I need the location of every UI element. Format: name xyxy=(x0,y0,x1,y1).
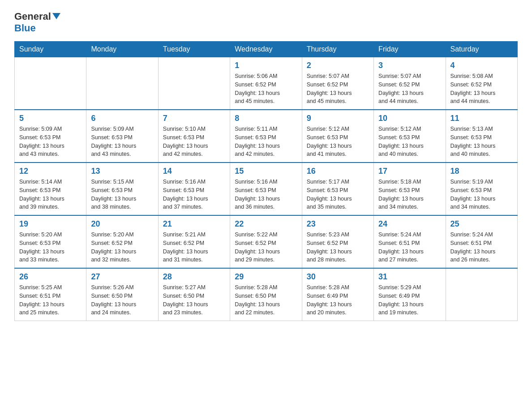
calendar-cell: 4Sunrise: 5:08 AM Sunset: 6:52 PM Daylig… xyxy=(446,57,517,110)
calendar-cell: 18Sunrise: 5:19 AM Sunset: 6:53 PM Dayli… xyxy=(446,163,517,215)
page-header: General Blue xyxy=(14,11,518,34)
day-number: 30 xyxy=(307,272,369,282)
day-number: 31 xyxy=(378,272,441,282)
day-info: Sunrise: 5:26 AM Sunset: 6:50 PM Dayligh… xyxy=(91,283,153,317)
calendar-cell: 21Sunrise: 5:21 AM Sunset: 6:52 PM Dayli… xyxy=(158,215,230,268)
weekday-header: Friday xyxy=(374,42,446,57)
day-number: 24 xyxy=(378,219,441,229)
calendar-cell: 11Sunrise: 5:13 AM Sunset: 6:53 PM Dayli… xyxy=(446,110,517,163)
calendar-cell: 2Sunrise: 5:07 AM Sunset: 6:52 PM Daylig… xyxy=(302,57,373,110)
day-number: 11 xyxy=(450,114,513,123)
day-number: 8 xyxy=(235,114,297,123)
day-info: Sunrise: 5:16 AM Sunset: 6:53 PM Dayligh… xyxy=(235,178,297,211)
calendar-table: SundayMondayTuesdayWednesdayThursdayFrid… xyxy=(14,41,518,321)
weekday-header: Sunday xyxy=(15,42,86,57)
day-info: Sunrise: 5:08 AM Sunset: 6:52 PM Dayligh… xyxy=(450,72,513,106)
calendar-week-row: 26Sunrise: 5:25 AM Sunset: 6:51 PM Dayli… xyxy=(15,268,518,321)
day-info: Sunrise: 5:28 AM Sunset: 6:49 PM Dayligh… xyxy=(307,283,369,317)
calendar-cell: 28Sunrise: 5:27 AM Sunset: 6:50 PM Dayli… xyxy=(158,268,230,321)
day-info: Sunrise: 5:12 AM Sunset: 6:53 PM Dayligh… xyxy=(307,125,369,158)
calendar-cell: 27Sunrise: 5:26 AM Sunset: 6:50 PM Dayli… xyxy=(86,268,158,321)
day-number: 22 xyxy=(235,219,297,229)
day-number: 29 xyxy=(235,272,297,282)
logo-triangle-icon xyxy=(52,13,60,19)
calendar-cell: 5Sunrise: 5:09 AM Sunset: 6:53 PM Daylig… xyxy=(15,110,86,163)
svg-marker-0 xyxy=(52,13,60,19)
calendar-cell: 10Sunrise: 5:12 AM Sunset: 6:53 PM Dayli… xyxy=(374,110,446,163)
calendar-cell: 6Sunrise: 5:09 AM Sunset: 6:53 PM Daylig… xyxy=(86,110,158,163)
day-number: 12 xyxy=(19,167,82,176)
calendar-week-row: 5Sunrise: 5:09 AM Sunset: 6:53 PM Daylig… xyxy=(15,110,518,163)
day-number: 9 xyxy=(307,114,369,123)
day-info: Sunrise: 5:25 AM Sunset: 6:51 PM Dayligh… xyxy=(19,283,82,317)
calendar-cell: 24Sunrise: 5:24 AM Sunset: 6:51 PM Dayli… xyxy=(374,215,446,268)
calendar-cell: 30Sunrise: 5:28 AM Sunset: 6:49 PM Dayli… xyxy=(302,268,373,321)
day-number: 10 xyxy=(378,114,441,123)
weekday-header: Monday xyxy=(86,42,158,57)
day-info: Sunrise: 5:07 AM Sunset: 6:52 PM Dayligh… xyxy=(378,72,441,106)
day-number: 4 xyxy=(450,61,513,70)
calendar-cell: 25Sunrise: 5:24 AM Sunset: 6:51 PM Dayli… xyxy=(446,215,517,268)
day-info: Sunrise: 5:24 AM Sunset: 6:51 PM Dayligh… xyxy=(450,231,513,264)
day-info: Sunrise: 5:07 AM Sunset: 6:52 PM Dayligh… xyxy=(307,72,369,106)
day-number: 2 xyxy=(307,61,369,70)
calendar-cell xyxy=(158,57,230,110)
calendar-cell: 16Sunrise: 5:17 AM Sunset: 6:53 PM Dayli… xyxy=(302,163,373,215)
calendar-cell: 13Sunrise: 5:15 AM Sunset: 6:53 PM Dayli… xyxy=(86,163,158,215)
day-info: Sunrise: 5:09 AM Sunset: 6:53 PM Dayligh… xyxy=(91,125,153,158)
day-number: 23 xyxy=(307,219,369,229)
logo-blue: Blue xyxy=(14,22,60,34)
day-info: Sunrise: 5:16 AM Sunset: 6:53 PM Dayligh… xyxy=(163,178,225,211)
day-info: Sunrise: 5:20 AM Sunset: 6:53 PM Dayligh… xyxy=(19,231,82,264)
day-info: Sunrise: 5:28 AM Sunset: 6:50 PM Dayligh… xyxy=(235,283,297,317)
calendar-week-row: 1Sunrise: 5:06 AM Sunset: 6:52 PM Daylig… xyxy=(15,57,518,110)
calendar-cell: 9Sunrise: 5:12 AM Sunset: 6:53 PM Daylig… xyxy=(302,110,373,163)
weekday-header: Saturday xyxy=(446,42,517,57)
day-info: Sunrise: 5:15 AM Sunset: 6:53 PM Dayligh… xyxy=(91,178,153,211)
calendar-cell xyxy=(15,57,86,110)
day-number: 19 xyxy=(19,219,82,229)
day-number: 13 xyxy=(91,167,153,176)
calendar-week-row: 12Sunrise: 5:14 AM Sunset: 6:53 PM Dayli… xyxy=(15,163,518,215)
calendar-cell: 15Sunrise: 5:16 AM Sunset: 6:53 PM Dayli… xyxy=(230,163,302,215)
day-number: 5 xyxy=(19,114,82,123)
calendar-cell: 19Sunrise: 5:20 AM Sunset: 6:53 PM Dayli… xyxy=(15,215,86,268)
calendar-cell: 17Sunrise: 5:18 AM Sunset: 6:53 PM Dayli… xyxy=(374,163,446,215)
day-info: Sunrise: 5:12 AM Sunset: 6:53 PM Dayligh… xyxy=(378,125,441,158)
day-number: 16 xyxy=(307,167,369,176)
weekday-header-row: SundayMondayTuesdayWednesdayThursdayFrid… xyxy=(15,42,518,57)
calendar-cell: 26Sunrise: 5:25 AM Sunset: 6:51 PM Dayli… xyxy=(15,268,86,321)
calendar-cell: 22Sunrise: 5:22 AM Sunset: 6:52 PM Dayli… xyxy=(230,215,302,268)
day-info: Sunrise: 5:06 AM Sunset: 6:52 PM Dayligh… xyxy=(235,72,297,106)
day-info: Sunrise: 5:14 AM Sunset: 6:53 PM Dayligh… xyxy=(19,178,82,211)
calendar-cell: 29Sunrise: 5:28 AM Sunset: 6:50 PM Dayli… xyxy=(230,268,302,321)
calendar-cell: 3Sunrise: 5:07 AM Sunset: 6:52 PM Daylig… xyxy=(374,57,446,110)
day-info: Sunrise: 5:10 AM Sunset: 6:53 PM Dayligh… xyxy=(163,125,225,158)
day-number: 20 xyxy=(91,219,153,229)
calendar-cell: 14Sunrise: 5:16 AM Sunset: 6:53 PM Dayli… xyxy=(158,163,230,215)
calendar-cell xyxy=(86,57,158,110)
day-info: Sunrise: 5:27 AM Sunset: 6:50 PM Dayligh… xyxy=(163,283,225,317)
day-number: 17 xyxy=(378,167,441,176)
day-info: Sunrise: 5:24 AM Sunset: 6:51 PM Dayligh… xyxy=(378,231,441,264)
day-number: 26 xyxy=(19,272,82,282)
logo: General Blue xyxy=(14,11,60,34)
day-number: 6 xyxy=(91,114,153,123)
day-info: Sunrise: 5:11 AM Sunset: 6:53 PM Dayligh… xyxy=(235,125,297,158)
calendar-cell xyxy=(446,268,517,321)
calendar-cell: 7Sunrise: 5:10 AM Sunset: 6:53 PM Daylig… xyxy=(158,110,230,163)
calendar-week-row: 19Sunrise: 5:20 AM Sunset: 6:53 PM Dayli… xyxy=(15,215,518,268)
day-number: 7 xyxy=(163,114,225,123)
weekday-header: Wednesday xyxy=(230,42,302,57)
day-number: 1 xyxy=(235,61,297,70)
calendar-cell: 31Sunrise: 5:29 AM Sunset: 6:49 PM Dayli… xyxy=(374,268,446,321)
calendar-cell: 8Sunrise: 5:11 AM Sunset: 6:53 PM Daylig… xyxy=(230,110,302,163)
day-info: Sunrise: 5:09 AM Sunset: 6:53 PM Dayligh… xyxy=(19,125,82,158)
day-info: Sunrise: 5:13 AM Sunset: 6:53 PM Dayligh… xyxy=(450,125,513,158)
day-number: 27 xyxy=(91,272,153,282)
day-info: Sunrise: 5:21 AM Sunset: 6:52 PM Dayligh… xyxy=(163,231,225,264)
day-number: 15 xyxy=(235,167,297,176)
day-info: Sunrise: 5:17 AM Sunset: 6:53 PM Dayligh… xyxy=(307,178,369,211)
day-number: 28 xyxy=(163,272,225,282)
day-number: 3 xyxy=(378,61,441,70)
